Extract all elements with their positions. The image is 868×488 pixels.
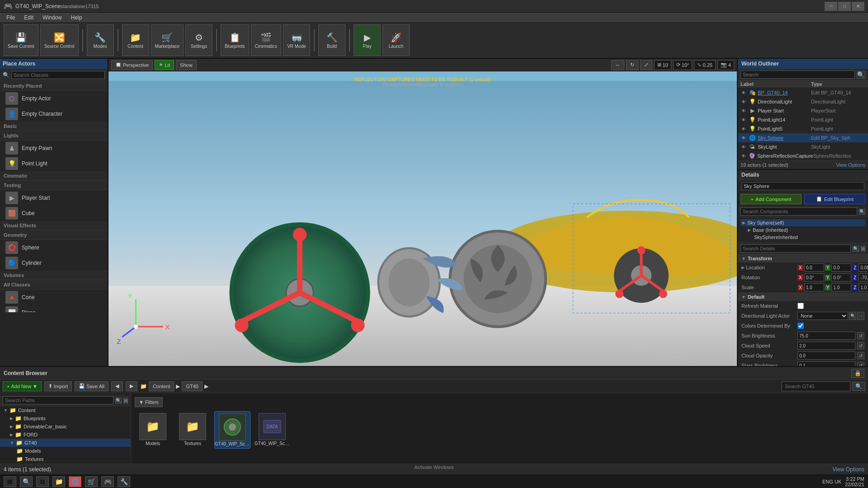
row-pl5-name[interactable]: PointLight5 xyxy=(758,126,811,131)
location-z-input[interactable] xyxy=(859,263,868,272)
save-current-button[interactable]: 💾 Save Current xyxy=(4,24,38,56)
volumes-section[interactable]: Volumes xyxy=(0,271,108,280)
cam-speed-control[interactable]: 📷 4 xyxy=(717,60,734,70)
cb-models-folder[interactable]: 📁 Models xyxy=(135,411,171,449)
outliner-row-dirlight[interactable]: 👁 💡 DirectionalLight DirectionalLight xyxy=(738,97,868,106)
tree-ford[interactable]: ▶ 📁 FORD xyxy=(0,431,131,439)
sun-brightness-input[interactable] xyxy=(797,332,855,340)
cb-search-input[interactable] xyxy=(782,381,850,391)
row-skysphere-name[interactable]: Sky Sphere xyxy=(758,135,811,141)
selected-name-input[interactable] xyxy=(741,182,864,190)
breadcrumb-gt40[interactable]: GT40 xyxy=(182,381,203,391)
place-player-start[interactable]: ▶ Player Start xyxy=(0,190,108,206)
maximize-button[interactable]: □ xyxy=(838,2,851,11)
lit-button[interactable]: ☀ Lit xyxy=(155,60,174,70)
tree-models[interactable]: 📁 Models xyxy=(0,447,131,455)
rotation-y-input[interactable] xyxy=(831,273,851,282)
all-classes-section[interactable]: All Classes xyxy=(0,280,108,290)
tree-content[interactable]: ▼ 📁 Content xyxy=(0,406,131,414)
menu-window[interactable]: Window xyxy=(38,14,66,22)
cb-gt40-scene[interactable]: GT40_WIP_Scene xyxy=(214,411,250,449)
refresh-material-checkbox[interactable] xyxy=(797,303,804,309)
default-header[interactable]: ▼ Default xyxy=(738,293,868,301)
vr-mode-button[interactable]: 🥽 VR Mode xyxy=(283,24,310,56)
row-skylight-name[interactable]: SkyLight xyxy=(758,144,811,150)
menu-file[interactable]: File xyxy=(2,14,19,22)
add-component-button[interactable]: + Add Component xyxy=(741,194,802,204)
play-button[interactable]: ▶ Play xyxy=(354,24,381,56)
task-search-button[interactable]: 🔍 xyxy=(20,476,33,487)
task-view-button[interactable]: ⧉ xyxy=(36,476,49,487)
source-control-button[interactable]: 🔀 Source Control xyxy=(40,24,79,56)
transform-header[interactable]: ▼ Transform xyxy=(738,254,868,263)
lock-cb-button[interactable]: 🔒 xyxy=(851,369,864,378)
marketplace-button[interactable]: 🛒 Marketplace xyxy=(151,24,184,56)
navigate-forward-button[interactable]: ▶ xyxy=(126,381,137,391)
dir-light-search-btn[interactable]: 🔍 xyxy=(849,312,856,320)
close-button[interactable]: ✕ xyxy=(852,2,864,11)
location-y-input[interactable] xyxy=(831,263,851,272)
app1-button[interactable]: 🎮 xyxy=(101,476,114,487)
build-button[interactable]: 🔨 Build xyxy=(318,24,345,56)
outliner-search-button[interactable]: 🔍 xyxy=(857,71,865,79)
angle-snap-control[interactable]: ⟳ 10° xyxy=(673,60,693,70)
tree-blueprints[interactable]: ▶ 📁 Blueprints xyxy=(0,414,131,422)
tree-textures[interactable]: 📁 Textures xyxy=(0,455,131,463)
sun-brightness-reset[interactable]: ↺ xyxy=(857,332,864,339)
translate-tool[interactable]: ↔ xyxy=(611,60,624,70)
comp-sky-sphere-self[interactable]: ▶ Sky Sphere(self) xyxy=(741,219,865,226)
rotation-z-input[interactable] xyxy=(859,273,868,282)
dir-light-select[interactable]: None xyxy=(797,312,848,320)
search-paths-input[interactable] xyxy=(3,396,113,404)
outliner-row-bp[interactable]: 👁 🎭 BP_GT40_14 Edit BP_GT40_14 xyxy=(738,88,868,97)
app2-button[interactable]: 🔧 xyxy=(118,476,130,487)
chrome-button[interactable]: 🌐 xyxy=(69,476,81,487)
colors-determined-checkbox[interactable] xyxy=(797,323,804,329)
edit-blueprint-button[interactable]: 📋 Edit Blueprint xyxy=(804,194,865,204)
outliner-row-skylight[interactable]: 👁 🌤 SkyLight SkyLight xyxy=(738,142,868,151)
comp-search-button[interactable]: 🔍 xyxy=(859,209,865,215)
outliner-search-input[interactable] xyxy=(741,70,855,79)
details-grid-button[interactable]: ⊞ xyxy=(861,246,865,252)
place-cone[interactable]: 🔺 Cone xyxy=(0,290,108,305)
row-playerstart-name[interactable]: Player Start xyxy=(758,108,811,113)
place-empty-pawn[interactable]: ♟ Empty Pawn xyxy=(0,141,108,156)
menu-help[interactable]: Help xyxy=(66,14,87,22)
rotate-tool[interactable]: ↻ xyxy=(626,60,638,70)
breadcrumb-content[interactable]: Content xyxy=(149,381,175,391)
outliner-row-skysphere[interactable]: 👁 🌐 Sky Sphere Edit BP_Sky_Sph xyxy=(738,133,868,142)
tree-gt40[interactable]: ▼ 📁 GT40 xyxy=(0,439,131,447)
blueprints-button[interactable]: 📋 Blueprints xyxy=(221,24,249,56)
comp-sky-sphere-inherited[interactable]: SkySphereInherited xyxy=(741,234,865,241)
cb-textures-folder[interactable]: 📁 Textures xyxy=(175,411,211,449)
menu-edit[interactable]: Edit xyxy=(19,14,38,22)
filters-button[interactable]: ▼ Filters xyxy=(135,397,163,407)
modes-button[interactable]: 🔧 Modes xyxy=(87,24,114,56)
scale-z-input[interactable] xyxy=(859,283,868,291)
row-pl14-name[interactable]: PointLight14 xyxy=(758,117,811,122)
place-empty-actor[interactable]: ⬡ Empty Actor xyxy=(0,91,108,106)
place-cylinder[interactable]: 🔵 Cylinder xyxy=(0,255,108,271)
cinematics-button[interactable]: 🎬 Cinematics xyxy=(251,24,281,56)
visual-effects-section[interactable]: Visual Effects xyxy=(0,221,108,230)
view-options-btn[interactable]: View Options xyxy=(836,162,865,168)
cb-search-button[interactable]: 🔍 xyxy=(852,382,865,391)
basic-section[interactable]: Basic xyxy=(0,122,108,131)
recently-placed-header[interactable]: Recently Placed xyxy=(0,81,108,91)
cloud-opacity-input[interactable] xyxy=(797,352,855,360)
content-button[interactable]: 📁 Content xyxy=(122,24,149,56)
geometry-section[interactable]: Geometry xyxy=(0,230,108,240)
minimize-button[interactable]: ─ xyxy=(825,2,837,11)
rotation-x-input[interactable] xyxy=(804,273,824,282)
outliner-row-playerstart[interactable]: 👁 ▶ Player Start PlayerStart xyxy=(738,106,868,115)
viewport[interactable]: X Y Z REFLECTION CAPTURES NEED TO BE REB… xyxy=(108,71,737,384)
outliner-row-sphere-refl[interactable]: 👁 🔮 SphereReflectionCapture SphereReflec… xyxy=(738,151,868,160)
show-button[interactable]: Show xyxy=(176,60,197,70)
place-plane[interactable]: ⬜ Plane xyxy=(0,305,108,312)
outliner-row-pl5[interactable]: 👁 💡 PointLight5 PointLight xyxy=(738,124,868,133)
place-point-light[interactable]: 💡 Point Light xyxy=(0,156,108,171)
explorer-button[interactable]: 📁 xyxy=(52,476,65,487)
settings-button[interactable]: ⚙ Settings xyxy=(185,24,212,56)
perspective-dropdown[interactable]: 🔲 Perspective xyxy=(111,60,153,70)
cb-gt40-built[interactable]: DATA GT40_WIP_Scene_Built_Data xyxy=(254,411,290,449)
